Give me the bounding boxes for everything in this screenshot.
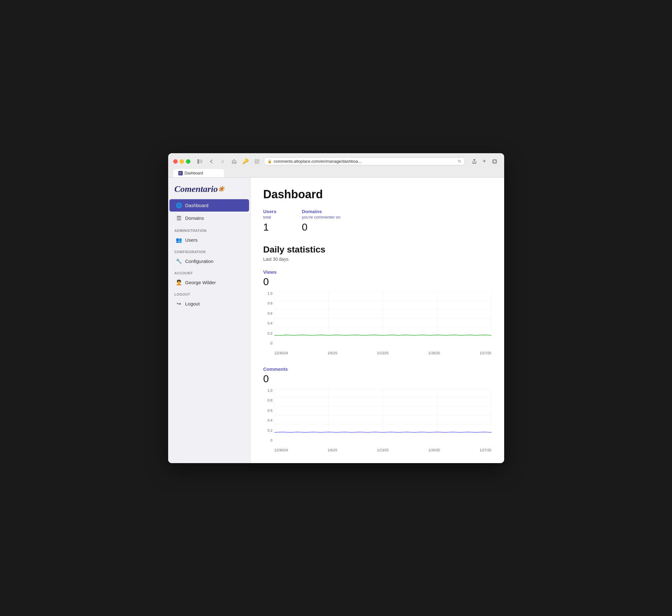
- browser-controls: 🔑 🔒 comments.altoplace.com/en/manage/das…: [173, 157, 499, 166]
- comments-chart-section: Comments 0 1.0 0.8 0.6 0.4 0.2 0: [263, 366, 491, 452]
- lock-icon: 🔒: [267, 159, 272, 163]
- home-button[interactable]: [230, 157, 239, 166]
- maximize-button[interactable]: [186, 159, 190, 164]
- sidebar-item-logout[interactable]: ↪ Logout: [169, 298, 249, 310]
- active-tab[interactable]: C Dashboard: [173, 169, 224, 177]
- tabs-overview-button[interactable]: [490, 157, 499, 166]
- logo-text: Comentario✳: [175, 184, 224, 194]
- sidebar-toggle-button[interactable]: [195, 157, 204, 166]
- tab-title: Dashboard: [185, 171, 203, 175]
- section-label-account: ACCOUNT: [168, 267, 250, 276]
- share-button[interactable]: [470, 157, 479, 166]
- views-chart-value: 0: [263, 276, 491, 288]
- sidebar-item-profile[interactable]: 🧑‍🦱 George Wilder: [169, 276, 249, 289]
- section-subtitle-daily-stats: Last 30 days.: [263, 257, 491, 262]
- forward-button[interactable]: [218, 157, 227, 166]
- sidebar-item-label-profile: George Wilder: [185, 280, 216, 285]
- sidebar-logo: Comentario✳: [168, 178, 250, 199]
- users-value: 1: [263, 221, 277, 233]
- comments-chart-label: Comments: [263, 366, 491, 372]
- traffic-lights: [173, 159, 190, 164]
- profile-icon: 🧑‍🦱: [176, 279, 182, 285]
- minimize-button[interactable]: [180, 159, 184, 164]
- logout-icon: ↪: [176, 301, 182, 307]
- page-title: Dashboard: [263, 188, 491, 201]
- sidebar-item-domains[interactable]: ☰ Domains: [169, 212, 249, 225]
- reader-view-button[interactable]: [253, 157, 261, 166]
- users-sublabel: total: [263, 215, 277, 220]
- main-content: Dashboard Users total 1 Domains you're c…: [251, 178, 504, 463]
- views-chart-label: Views: [263, 269, 491, 275]
- comments-chart-container: 1.0 0.8 0.6 0.4 0.2 0: [263, 389, 491, 452]
- views-y-axis: 1.0 0.8 0.6 0.4 0.2 0: [263, 292, 274, 345]
- url-text: comments.altoplace.com/en/manage/dashboa…: [274, 159, 456, 164]
- comments-chart-value: 0: [263, 373, 491, 385]
- svg-rect-6: [256, 161, 258, 162]
- views-chart-container: 1.0 0.8 0.6 0.4 0.2 0: [263, 292, 491, 355]
- comments-y-axis: 1.0 0.8 0.6 0.4 0.2 0: [263, 389, 274, 442]
- refresh-icon[interactable]: ↻: [458, 159, 461, 164]
- sidebar-item-label-logout: Logout: [185, 301, 200, 306]
- tab-favicon: C: [178, 171, 183, 175]
- configuration-icon: 🔧: [176, 258, 182, 264]
- sidebar-item-label-configuration: Configuration: [185, 259, 214, 264]
- sidebar-item-dashboard[interactable]: 🌐 Dashboard: [169, 199, 249, 212]
- svg-rect-1: [200, 160, 202, 161]
- app-layout: Comentario✳ 🌐 Dashboard ☰ Domains ADMINI…: [168, 178, 504, 463]
- section-title-daily-stats: Daily statistics: [263, 245, 491, 255]
- password-icon[interactable]: 🔑: [241, 157, 250, 166]
- tab-bar: C Dashboard: [173, 169, 499, 177]
- domains-icon: ☰: [176, 215, 182, 222]
- sidebar: Comentario✳ 🌐 Dashboard ☰ Domains ADMINI…: [168, 178, 251, 463]
- address-bar[interactable]: 🔒 comments.altoplace.com/en/manage/dashb…: [264, 157, 465, 165]
- sidebar-item-label-users: Users: [185, 237, 198, 243]
- back-button[interactable]: [207, 157, 216, 166]
- sidebar-item-label-dashboard: Dashboard: [185, 203, 208, 208]
- section-label-logout: LOGOUT: [168, 289, 250, 298]
- comments-chart-svg: [274, 389, 491, 442]
- svg-rect-7: [256, 162, 257, 163]
- browser-chrome: 🔑 🔒 comments.altoplace.com/en/manage/das…: [168, 153, 504, 178]
- section-label-administration: ADMINISTRATION: [168, 225, 250, 234]
- views-x-axis: 12/30/24 1/6/25 1/13/25 1/20/25 1/27/25: [274, 351, 491, 355]
- domains-value: 0: [302, 221, 340, 233]
- svg-rect-3: [200, 162, 202, 163]
- stats-row: Users total 1 Domains you're commenter o…: [263, 209, 491, 233]
- comments-x-axis: 12/30/24 1/6/25 1/13/25 1/20/25 1/27/25: [274, 448, 491, 452]
- svg-rect-2: [200, 161, 202, 162]
- close-button[interactable]: [173, 159, 178, 164]
- views-chart-section: Views 0 1.0 0.8 0.6 0.4 0.2 0: [263, 269, 491, 355]
- users-stat: Users total 1: [263, 209, 277, 233]
- views-chart-svg: [274, 292, 491, 345]
- svg-rect-9: [493, 160, 496, 163]
- users-icon: 👥: [176, 237, 182, 243]
- new-tab-button[interactable]: +: [480, 157, 489, 166]
- dashboard-icon: 🌐: [176, 202, 182, 208]
- sidebar-item-users[interactable]: 👥 Users: [169, 234, 249, 246]
- users-label: Users: [263, 209, 277, 214]
- svg-rect-0: [197, 159, 199, 164]
- domains-sublabel: you're commenter on: [302, 215, 340, 220]
- browser-actions: +: [470, 157, 499, 166]
- logo-asterisk: ✳: [218, 185, 224, 193]
- browser-window: 🔑 🔒 comments.altoplace.com/en/manage/das…: [168, 153, 504, 463]
- section-label-configuration: CONFIGURATION: [168, 246, 250, 255]
- domains-label: Domains: [302, 209, 340, 214]
- domains-stat: Domains you're commenter on 0: [302, 209, 340, 233]
- sidebar-item-configuration[interactable]: 🔧 Configuration: [169, 255, 249, 267]
- sidebar-item-label-domains: Domains: [185, 215, 204, 221]
